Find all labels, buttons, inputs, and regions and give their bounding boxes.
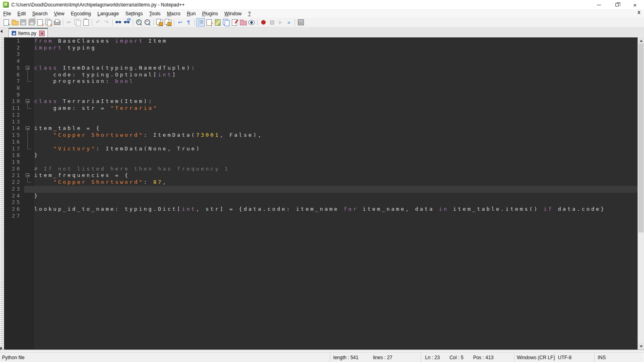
close-all-icon[interactable]: x xyxy=(45,19,52,26)
scrollbar-up-icon[interactable] xyxy=(638,37,644,44)
menu-tools[interactable]: Tools xyxy=(146,10,164,17)
fold-marker-icon[interactable] xyxy=(24,125,34,132)
code-text[interactable]: } xyxy=(34,193,638,200)
code-line[interactable]: 13 xyxy=(4,119,638,125)
menu-file[interactable]: File xyxy=(0,10,14,17)
dock-arrow-icon[interactable] xyxy=(0,347,2,350)
fold-marker-icon[interactable] xyxy=(24,65,34,72)
macro-stop-icon[interactable] xyxy=(268,19,276,26)
code-line[interactable]: 17 "Victory": ItemData(None, True) xyxy=(4,146,638,152)
editor-empty-area[interactable] xyxy=(4,219,638,350)
cut-icon[interactable]: ✂ xyxy=(65,19,73,26)
sync-horizontal-icon[interactable] xyxy=(164,19,172,26)
line-number[interactable]: 15 xyxy=(4,132,24,139)
macro-run-multiple-icon[interactable]: » xyxy=(285,19,293,26)
function-list-icon[interactable]: ƒ xyxy=(205,19,213,26)
code-line[interactable]: 24} xyxy=(4,193,638,200)
line-number[interactable]: 5 xyxy=(4,65,24,72)
close-window-button[interactable]: × xyxy=(626,0,644,10)
code-line[interactable]: 22 "Copper Shortsword": 87, xyxy=(4,179,638,186)
monitoring-icon[interactable] xyxy=(248,19,255,26)
document-list-icon[interactable] xyxy=(222,19,230,26)
line-number[interactable]: 14 xyxy=(4,125,24,132)
undo-icon[interactable]: ↶ xyxy=(94,19,102,26)
line-number[interactable]: 13 xyxy=(4,119,24,125)
code-line[interactable]: 26lookup_id_to_name: typing.Dict[int, st… xyxy=(4,206,638,213)
line-number[interactable]: 20 xyxy=(4,166,24,173)
code-text[interactable]: } xyxy=(34,152,638,159)
code-line[interactable]: 18} xyxy=(4,152,638,159)
code-text[interactable]: lookup_id_to_name: typing.Dict[int, str]… xyxy=(34,206,638,213)
show-all-characters-icon[interactable]: ¶ xyxy=(185,19,192,26)
code-line[interactable]: 7 progression: bool xyxy=(4,78,638,85)
scrollbar-thumb[interactable] xyxy=(638,43,644,232)
menu-language[interactable]: Language xyxy=(94,10,122,17)
code-line[interactable]: 15 "Copper Shortsword": ItemData(73001, … xyxy=(4,132,638,139)
code-text[interactable]: import typing xyxy=(34,45,638,51)
code-text[interactable]: "Copper Shortsword": ItemData(73001, Fal… xyxy=(34,132,638,139)
code-text[interactable]: item_frequencies = { xyxy=(34,172,638,179)
menu-search[interactable]: Search xyxy=(29,10,51,17)
redo-icon[interactable]: ↷ xyxy=(103,19,110,26)
code-text[interactable] xyxy=(34,199,638,206)
menu-window[interactable]: Window xyxy=(221,10,245,17)
print-icon[interactable] xyxy=(53,19,61,26)
code-text[interactable]: game: str = "Terraria" xyxy=(34,105,638,112)
line-number[interactable]: 7 xyxy=(4,78,24,85)
dock-splitter[interactable] xyxy=(0,37,4,350)
code-text[interactable] xyxy=(34,92,638,99)
line-number[interactable]: 27 xyxy=(4,213,24,220)
insert-mode-label[interactable]: INS xyxy=(598,355,606,360)
restore-button[interactable] xyxy=(608,0,626,10)
scrollbar-down-icon[interactable] xyxy=(638,343,644,350)
save-all-icon[interactable] xyxy=(28,19,35,26)
replace-icon[interactable]: ab xyxy=(123,19,131,26)
line-number[interactable]: 1 xyxy=(4,38,24,45)
line-number[interactable]: 23 xyxy=(4,186,24,193)
open-icon[interactable] xyxy=(11,19,19,26)
folder-as-workspace-icon[interactable] xyxy=(239,19,247,26)
code-line[interactable]: 20# If not listed here then has frequenc… xyxy=(4,166,638,173)
zoom-in-icon[interactable]: + xyxy=(135,19,143,26)
code-text[interactable] xyxy=(34,213,638,220)
line-number[interactable]: 26 xyxy=(4,206,24,213)
menu-macro[interactable]: Macro xyxy=(164,10,184,17)
code-editor[interactable]: 1from BaseClasses import Item2import typ… xyxy=(4,37,638,350)
code-line[interactable]: 10class TerrariaItem(Item): xyxy=(4,98,638,105)
line-number[interactable]: 8 xyxy=(4,85,24,92)
code-text[interactable]: # If not listed here then has frequency … xyxy=(34,166,638,173)
macro-play-icon[interactable] xyxy=(277,19,284,26)
new-file-icon[interactable]: + xyxy=(2,19,10,26)
line-number[interactable]: 6 xyxy=(4,72,24,78)
code-line[interactable]: 27 xyxy=(4,213,638,220)
show-indent-guide-icon[interactable] xyxy=(197,19,204,26)
line-number[interactable]: 10 xyxy=(4,98,24,105)
zoom-out-icon[interactable]: − xyxy=(144,19,151,26)
code-text[interactable] xyxy=(34,58,638,65)
code-text[interactable]: "Copper Shortsword": 87, xyxy=(34,179,638,186)
line-number[interactable]: 4 xyxy=(4,58,24,65)
line-number[interactable]: 2 xyxy=(4,45,24,51)
sync-vertical-icon[interactable] xyxy=(156,19,163,26)
code-line[interactable]: 8 xyxy=(4,85,638,92)
code-text[interactable] xyxy=(34,186,638,193)
tab-items-py[interactable]: Items.py × xyxy=(8,28,48,37)
tab-close-icon[interactable]: × xyxy=(39,31,45,36)
line-number[interactable]: 24 xyxy=(4,193,24,200)
code-line[interactable]: 21item_frequencies = { xyxy=(4,172,638,179)
code-text[interactable]: class TerrariaItem(Item): xyxy=(34,98,638,105)
code-text[interactable] xyxy=(34,112,638,119)
line-number[interactable]: 18 xyxy=(4,152,24,159)
menubar-close-icon[interactable]: X xyxy=(638,10,640,15)
code-line[interactable]: 4 xyxy=(4,58,638,65)
code-line[interactable]: 14item_table = { xyxy=(4,125,638,132)
code-text[interactable]: progression: bool xyxy=(34,78,638,85)
code-line[interactable]: 25 xyxy=(4,199,638,206)
line-number[interactable]: 22 xyxy=(4,179,24,186)
line-number[interactable]: 12 xyxy=(4,112,24,119)
code-text[interactable]: item_table = { xyxy=(34,125,638,132)
code-text[interactable] xyxy=(34,119,638,125)
line-number[interactable]: 16 xyxy=(4,139,24,146)
code-line[interactable]: 12 xyxy=(4,112,638,119)
code-line[interactable]: 9 xyxy=(4,92,638,99)
